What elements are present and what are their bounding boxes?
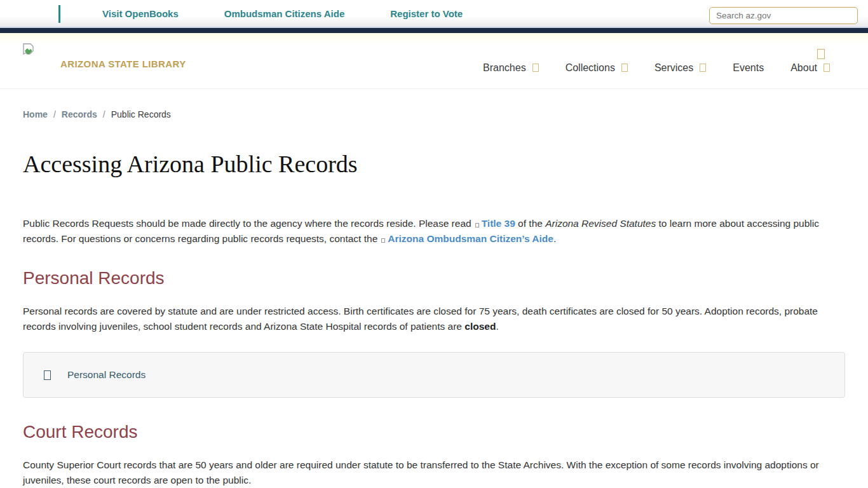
skip-link-divider	[58, 5, 60, 23]
nav-about[interactable]: About	[790, 62, 830, 74]
divider-navy	[0, 28, 868, 33]
utility-links: Visit OpenBooks Ombudsman Citizens Aide …	[102, 8, 463, 19]
title-39-link[interactable]: Title 39	[482, 218, 515, 229]
utility-bar: Visit OpenBooks Ombudsman Citizens Aide …	[0, 0, 868, 27]
external-link-icon	[475, 223, 479, 227]
search-input[interactable]	[709, 7, 858, 24]
search-icon[interactable]	[817, 49, 825, 59]
nav-about-label: About	[790, 62, 817, 74]
section-heading-court-records: Court Records	[23, 422, 845, 442]
arizona-revised-statutes-text: Arizona Revised Statutes	[545, 218, 656, 229]
nav-branches[interactable]: Branches	[483, 62, 539, 74]
court-records-paragraph: County Superior Court records that are 5…	[23, 458, 845, 488]
main-navigation: Branches Collections Services Events Abo…	[483, 62, 830, 74]
link-register-to-vote[interactable]: Register to Vote	[390, 8, 463, 19]
breadcrumb-current: Public Records	[111, 109, 171, 119]
nav-events-label: Events	[733, 62, 764, 74]
accordion-label: Personal Records	[67, 369, 146, 381]
page-title: Accessing Arizona Public Records	[23, 150, 845, 178]
nav-branches-label: Branches	[483, 62, 526, 74]
breadcrumb-records[interactable]: Records	[62, 109, 97, 119]
nav-services-label: Services	[654, 62, 693, 74]
intro-text: of the	[515, 218, 545, 229]
breadcrumb-separator: /	[103, 109, 105, 119]
chevron-down-icon	[532, 64, 539, 72]
accordion-expand-icon	[44, 370, 51, 380]
body-text: .	[496, 321, 498, 332]
external-link-icon	[381, 238, 385, 243]
body-text: Personal records are covered by statute …	[23, 306, 818, 332]
intro-text: Public Records Requests should be made d…	[23, 218, 471, 229]
chevron-down-icon	[824, 64, 830, 72]
site-search	[709, 7, 858, 24]
ombudsman-citizens-aide-link[interactable]: Arizona Ombudsman Citizen’s Aide	[388, 233, 553, 244]
link-ombudsman-citizens-aide[interactable]: Ombudsman Citizens Aide	[224, 8, 344, 19]
nav-services[interactable]: Services	[654, 62, 706, 74]
nav-collections[interactable]: Collections	[566, 62, 628, 74]
broken-image-icon	[23, 43, 34, 57]
site-header: ARIZONA STATE LIBRARY Branches Collectio…	[0, 33, 868, 89]
chevron-down-icon	[700, 64, 706, 72]
personal-records-accordion[interactable]: Personal Records	[23, 352, 845, 398]
breadcrumb-separator: /	[53, 109, 56, 119]
nav-events[interactable]: Events	[733, 62, 764, 74]
personal-records-paragraph: Personal records are covered by statute …	[23, 304, 845, 334]
section-heading-personal-records: Personal Records	[23, 268, 845, 288]
main-content: Home / Records / Public Records Accessin…	[0, 109, 868, 488]
chevron-down-icon	[621, 64, 628, 72]
nav-collections-label: Collections	[566, 62, 615, 74]
breadcrumb: Home / Records / Public Records	[23, 109, 845, 119]
link-visit-openbooks[interactable]: Visit OpenBooks	[102, 8, 179, 19]
breadcrumb-home[interactable]: Home	[23, 109, 48, 119]
closed-bold-text: closed	[465, 321, 496, 332]
intro-paragraph: Public Records Requests should be made d…	[23, 216, 845, 247]
intro-text: .	[553, 233, 556, 244]
site-title-link[interactable]: ARIZONA STATE LIBRARY	[60, 58, 186, 69]
